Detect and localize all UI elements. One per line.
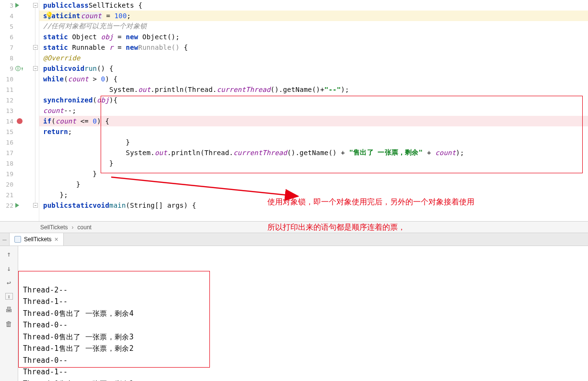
run-tab-bar: – SellTickets × xyxy=(0,233,588,246)
code-line[interactable]: public static void main(String[] args) { xyxy=(39,200,588,211)
console-panel: ↑ ↓ ↩ ↧ 🖶 🗑 Thread-2--Thread-1--Thread-0… xyxy=(0,246,588,381)
breakpoint-icon[interactable] xyxy=(17,118,23,124)
code-line[interactable]: static Object obj = new Object(); xyxy=(39,32,588,42)
fold-column[interactable] xyxy=(33,0,39,221)
console-line: Thread-2-- xyxy=(23,284,583,296)
code-line[interactable]: } xyxy=(39,158,588,168)
console-line: Thread-0售出了 一张票，剩余3 xyxy=(23,331,583,343)
breadcrumb-bar[interactable]: SellTickets › count 所以打印出来的语句都是顺序连着的票， xyxy=(0,221,588,233)
print-icon[interactable]: 🖶 xyxy=(5,305,13,314)
soft-wrap-icon[interactable]: ↩ xyxy=(5,279,13,287)
run-icon[interactable] xyxy=(15,3,19,8)
console-line: Thread-1-- xyxy=(23,296,583,308)
line-number-gutter[interactable]: 3456789Ⓘ↑10111213141516171819202122 xyxy=(0,0,33,221)
code-line[interactable]: synchronized(obj){ xyxy=(39,95,588,105)
console-line: Thread-0售出了 一张票，剩余1 xyxy=(23,378,583,381)
code-line[interactable]: public void run() { xyxy=(39,63,588,74)
console-line: Thread-1-- xyxy=(23,366,583,378)
scroll-up-icon[interactable]: ↑ xyxy=(5,250,13,258)
code-line[interactable]: //任何对象都可以充当一个对象锁 xyxy=(39,21,588,32)
breadcrumb-item[interactable]: SellTickets xyxy=(40,224,68,231)
console-line: Thread-1售出了 一张票，剩余2 xyxy=(23,343,583,355)
delete-icon[interactable]: 🗑 xyxy=(5,320,13,328)
bulb-icon[interactable]: 💡 xyxy=(45,11,53,19)
console-line: Thread-0售出了 一张票，剩余4 xyxy=(23,308,583,320)
code-line[interactable]: } xyxy=(39,137,588,147)
tab-minimize[interactable]: – xyxy=(0,233,10,246)
code-line[interactable]: return; xyxy=(39,126,588,137)
code-line[interactable]: while(count > 0) { xyxy=(39,74,588,84)
run-icon[interactable] xyxy=(15,203,19,208)
code-line[interactable]: System.out.println(Thread.currentThread(… xyxy=(39,84,588,95)
code-line[interactable]: static Runnable r = new Runnable() { xyxy=(39,42,588,53)
console-toolbar: ↑ ↓ ↩ ↧ 🖶 🗑 xyxy=(0,246,18,381)
code-line[interactable]: if(count <= 0) { xyxy=(39,116,588,126)
code-editor[interactable]: 3456789Ⓘ↑10111213141516171819202122 使用对象… xyxy=(0,0,588,221)
code-line[interactable]: count--; xyxy=(39,105,588,116)
run-tab-label: SellTickets xyxy=(24,236,52,243)
code-line[interactable]: public class SellTickets { xyxy=(39,0,588,11)
close-icon[interactable]: × xyxy=(55,235,58,243)
override-icon[interactable]: Ⓘ↑ xyxy=(15,65,24,72)
console-line: Thread-0-- xyxy=(23,355,583,367)
scroll-to-end-icon[interactable]: ↧ xyxy=(5,293,13,300)
chevron-right-icon: › xyxy=(72,224,74,231)
code-area[interactable]: 使用对象锁，即一个对象使用完后，另外的一个对象接着使用 public class… xyxy=(39,0,588,221)
code-line[interactable]: static int count = 100; xyxy=(39,11,588,21)
scroll-down-icon[interactable]: ↓ xyxy=(5,264,13,273)
code-line[interactable]: @Override xyxy=(39,53,588,63)
code-line[interactable]: } xyxy=(39,179,588,190)
breadcrumb-item[interactable]: count xyxy=(78,224,92,231)
console-line: Thread-0-- xyxy=(23,319,583,331)
code-line[interactable]: }; xyxy=(39,190,588,200)
code-line[interactable]: System.out.println(Thread.currentThread(… xyxy=(39,147,588,158)
annotation-text-2: 所以打印出来的语句都是顺序连着的票， xyxy=(267,223,405,233)
run-config-icon xyxy=(14,236,21,243)
run-tab[interactable]: SellTickets × xyxy=(10,233,64,246)
code-line[interactable]: } xyxy=(39,168,588,179)
console-output[interactable]: Thread-2--Thread-1--Thread-0售出了 一张票，剩余4T… xyxy=(18,246,588,381)
